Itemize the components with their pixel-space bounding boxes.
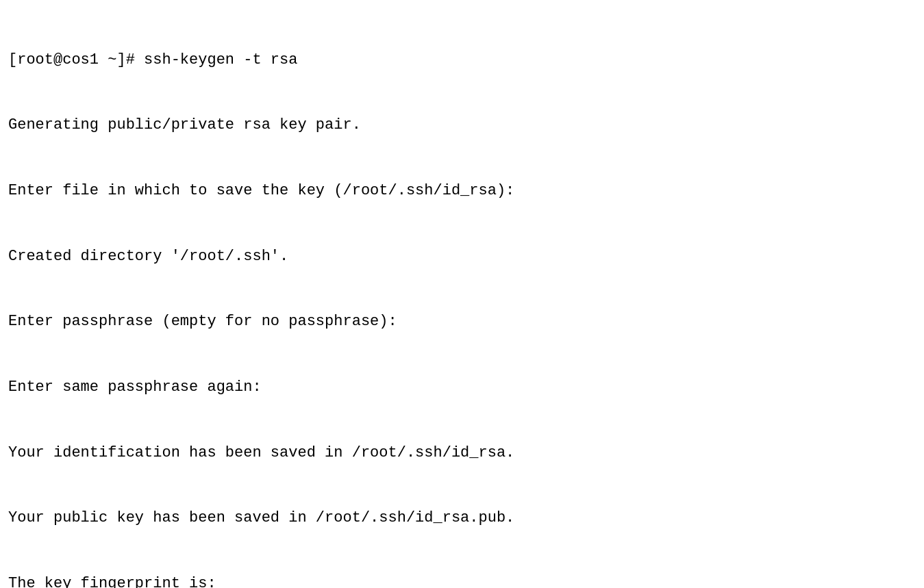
created-dir-line: Created directory '/root/.ssh'. <box>8 246 916 268</box>
passphrase-line: Enter passphrase (empty for no passphras… <box>8 311 916 333</box>
passphrase2-line: Enter same passphrase again: <box>8 376 916 398</box>
fingerprint-line: The key fingerprint is: <box>8 573 916 588</box>
enter-file-line: Enter file in which to save the key (/ro… <box>8 180 916 202</box>
terminal-output: [root@cos1 ~]# ssh-keygen -t rsa Generat… <box>8 5 916 588</box>
id-saved-line: Your identification has been saved in /r… <box>8 442 916 464</box>
cmd-line: [root@cos1 ~]# ssh-keygen -t rsa <box>8 49 916 71</box>
gen-line: Generating public/private rsa key pair. <box>8 114 916 136</box>
pub-saved-line: Your public key has been saved in /root/… <box>8 507 916 529</box>
